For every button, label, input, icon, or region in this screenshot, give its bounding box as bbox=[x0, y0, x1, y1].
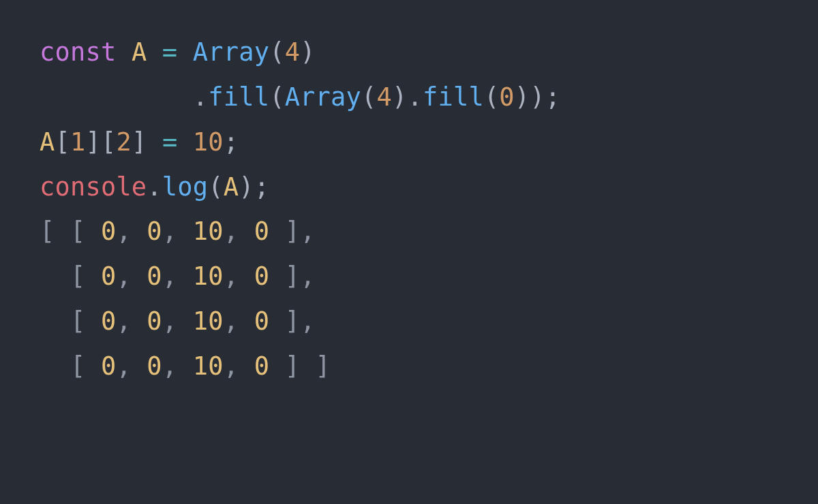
operator-equals: = bbox=[162, 127, 177, 157]
output-bracket-open: [ bbox=[70, 306, 101, 336]
number-1: 1 bbox=[70, 127, 85, 157]
call-fill: fill bbox=[423, 82, 484, 112]
paren-close: ) bbox=[530, 82, 545, 112]
code-line-4: console.log(A); bbox=[40, 172, 269, 202]
indent bbox=[40, 82, 193, 112]
output-comma: , bbox=[162, 351, 193, 381]
space bbox=[147, 37, 162, 67]
output-number: 0 bbox=[254, 262, 269, 291]
output-bracket-close: ] bbox=[269, 217, 300, 246]
output-comma: , bbox=[162, 262, 193, 291]
output-comma: , bbox=[116, 351, 147, 381]
bracket-close: ] bbox=[85, 127, 100, 157]
paren-open: ( bbox=[269, 82, 284, 112]
output-bracket-open: [ bbox=[70, 351, 101, 381]
output-number: 10 bbox=[193, 351, 224, 381]
output-comma: , bbox=[116, 262, 147, 291]
console-output: [ [ 0, 0, 10, 0 ], [ 0, 0, 10, 0 ], [ 0,… bbox=[40, 217, 331, 381]
code-line-1: const A = Array(4) bbox=[40, 37, 316, 67]
output-number: 0 bbox=[101, 306, 116, 336]
output-number: 0 bbox=[254, 306, 269, 336]
bracket-open: [ bbox=[101, 127, 116, 157]
dot: . bbox=[193, 82, 208, 112]
number-0: 0 bbox=[499, 82, 514, 112]
call-log: log bbox=[162, 172, 208, 202]
paren-open: ( bbox=[484, 82, 499, 112]
call-array: Array bbox=[285, 82, 361, 112]
number-4: 4 bbox=[285, 37, 300, 67]
paren-open: ( bbox=[361, 82, 376, 112]
identifier-A: A bbox=[224, 172, 239, 202]
output-comma: , bbox=[116, 306, 147, 336]
output-comma: , bbox=[224, 217, 254, 246]
output-bracket-open: [ bbox=[70, 217, 101, 246]
output-prefix bbox=[40, 262, 70, 291]
call-array: Array bbox=[193, 37, 269, 67]
paren-close: ) bbox=[515, 82, 530, 112]
identifier-A: A bbox=[40, 127, 55, 157]
output-comma: , bbox=[224, 351, 254, 381]
number-4: 4 bbox=[377, 82, 392, 112]
output-bracket-close: ] bbox=[269, 262, 300, 291]
paren-close: ) bbox=[300, 37, 315, 67]
call-fill: fill bbox=[208, 82, 269, 112]
output-bracket-close: ] bbox=[269, 306, 300, 336]
output-number: 10 bbox=[193, 306, 224, 336]
output-comma: , bbox=[116, 217, 147, 246]
output-number: 0 bbox=[147, 217, 162, 246]
paren-close: ) bbox=[392, 82, 407, 112]
keyword-const: const bbox=[40, 37, 116, 67]
output-number: 0 bbox=[101, 351, 116, 381]
output-bracket-close: ] bbox=[269, 351, 300, 381]
output-number: 10 bbox=[193, 217, 224, 246]
output-suffix: , bbox=[300, 217, 315, 246]
semicolon: ; bbox=[545, 82, 560, 112]
number-10: 10 bbox=[193, 127, 224, 157]
output-number: 0 bbox=[254, 217, 269, 246]
output-comma: , bbox=[162, 217, 193, 246]
space bbox=[177, 37, 192, 67]
bracket-close: ] bbox=[132, 127, 147, 157]
number-2: 2 bbox=[116, 127, 131, 157]
dot: . bbox=[407, 82, 422, 112]
dot: . bbox=[147, 172, 162, 202]
paren-close: ) bbox=[239, 172, 254, 202]
output-prefix bbox=[40, 351, 70, 381]
code-line-3: A[1][2] = 10; bbox=[40, 127, 239, 157]
identifier-A: A bbox=[132, 37, 147, 67]
output-bracket-open: [ bbox=[70, 262, 101, 291]
output-number: 0 bbox=[147, 306, 162, 336]
output-prefix bbox=[40, 306, 70, 336]
output-suffix: ] bbox=[300, 351, 331, 381]
space bbox=[177, 127, 192, 157]
output-comma: , bbox=[224, 262, 254, 291]
output-number: 0 bbox=[101, 217, 116, 246]
output-prefix: [ bbox=[40, 217, 70, 246]
paren-open: ( bbox=[208, 172, 223, 202]
output-comma: , bbox=[162, 306, 193, 336]
paren-open: ( bbox=[269, 37, 284, 67]
output-comma: , bbox=[224, 306, 254, 336]
space bbox=[116, 37, 131, 67]
output-suffix: , bbox=[300, 262, 315, 291]
space bbox=[147, 127, 162, 157]
operator-equals: = bbox=[162, 37, 177, 67]
output-suffix: , bbox=[300, 306, 315, 336]
output-number: 10 bbox=[193, 262, 224, 291]
code-line-2: .fill(Array(4).fill(0)); bbox=[40, 82, 560, 112]
output-number: 0 bbox=[147, 351, 162, 381]
output-number: 0 bbox=[101, 262, 116, 291]
bracket-open: [ bbox=[55, 127, 70, 157]
semicolon: ; bbox=[224, 127, 239, 157]
semicolon: ; bbox=[254, 172, 269, 202]
object-console: console bbox=[40, 172, 147, 202]
code-block: const A = Array(4) .fill(Array(4).fill(0… bbox=[0, 0, 818, 419]
output-number: 0 bbox=[147, 262, 162, 291]
output-number: 0 bbox=[254, 351, 269, 381]
